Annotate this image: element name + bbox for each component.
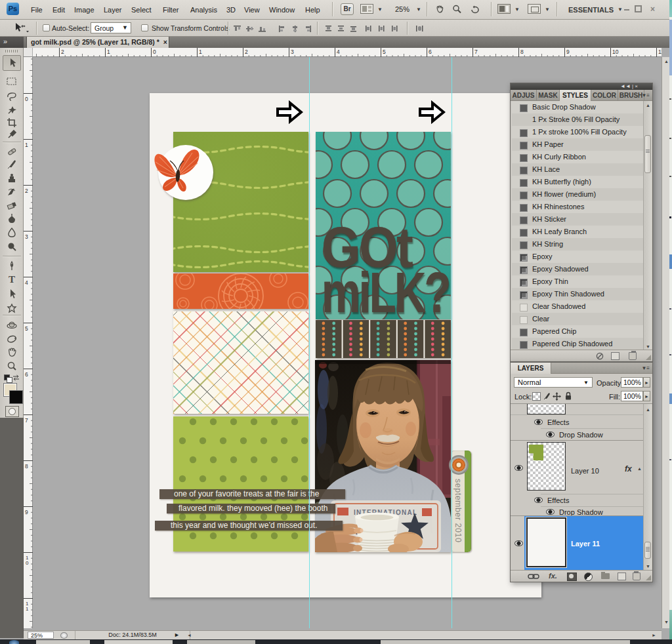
svg-text:3: 3 [25, 233, 28, 240]
svg-text:0: 0 [153, 49, 156, 55]
svg-text:5: 5 [25, 325, 28, 332]
svg-text:2: 2 [61, 49, 64, 55]
svg-text:4: 4 [337, 49, 340, 55]
svg-text:6: 6 [25, 371, 28, 378]
svg-text:1: 1 [25, 142, 28, 148]
svg-text:11: 11 [658, 49, 662, 55]
svg-text:7: 7 [474, 49, 478, 55]
svg-text:1: 1 [26, 606, 29, 612]
svg-text:2: 2 [25, 188, 28, 194]
svg-text:9: 9 [25, 509, 28, 515]
svg-text:0: 0 [26, 560, 29, 566]
svg-text:8: 8 [25, 463, 28, 470]
svg-text:10: 10 [612, 49, 619, 55]
svg-text:4: 4 [25, 279, 28, 286]
svg-text:7: 7 [25, 417, 28, 424]
svg-text:9: 9 [566, 49, 570, 55]
svg-text:0: 0 [25, 96, 28, 102]
svg-text:6: 6 [429, 49, 432, 55]
svg-text:5: 5 [383, 49, 386, 55]
svg-text:3: 3 [291, 49, 294, 55]
svg-text:8: 8 [520, 49, 524, 55]
svg-text:1: 1 [107, 49, 110, 55]
svg-text:2: 2 [245, 49, 248, 55]
svg-text:T: T [9, 274, 15, 285]
svg-text:1: 1 [199, 49, 202, 55]
